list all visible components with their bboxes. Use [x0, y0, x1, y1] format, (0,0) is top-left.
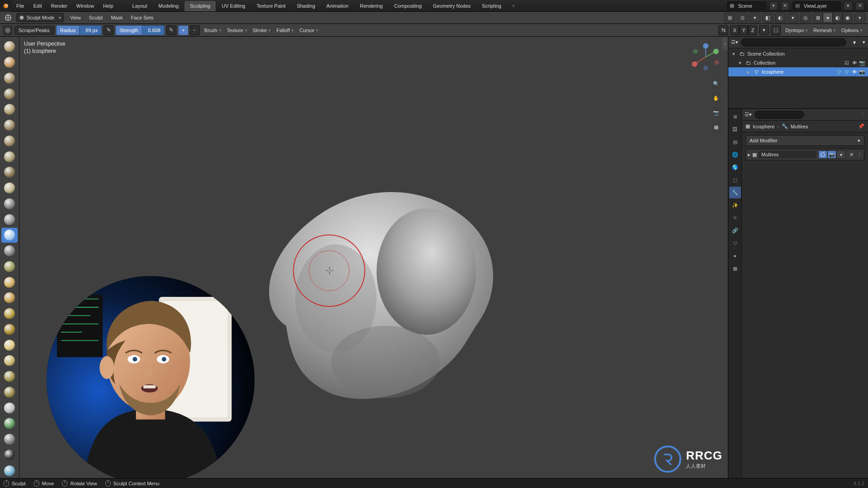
menu-file[interactable]: File [12, 0, 29, 11]
prop-tab-constraints[interactable]: 🔗 [729, 225, 741, 236]
tool-simplify[interactable] [1, 432, 18, 447]
stroke-dropdown[interactable]: Stroke [250, 25, 274, 35]
disable-toggle[interactable]: 📷 [859, 60, 865, 66]
tool-thumb[interactable] [1, 322, 18, 337]
3d-viewport[interactable]: ‹ User Perspective (1) Icosphere 🔍 ✋ 📷 ▦ [19, 37, 728, 478]
solid-shading[interactable]: ● [823, 13, 833, 23]
properties-editor-icon[interactable]: ☰▾ [745, 112, 752, 117]
orientation-button[interactable]: ⊞ [724, 13, 735, 23]
navigation-gizmo[interactable] [690, 41, 722, 73]
workspace-tab-shading[interactable]: Shading [292, 1, 321, 11]
workspace-tab-compositing[interactable]: Compositing [389, 1, 427, 11]
workspace-tab-layout[interactable]: Layout [127, 1, 153, 11]
direction-subtract[interactable]: － [190, 25, 200, 35]
brush-dropdown[interactable]: Brush [202, 25, 224, 35]
tool-slide[interactable] [1, 385, 18, 400]
editor-type-icon[interactable] [3, 14, 14, 21]
hide-toggle[interactable]: 👁 [851, 69, 858, 75]
tool-layer[interactable] [1, 118, 18, 133]
tool-draw-face-sets[interactable] [1, 463, 18, 478]
prop-tab-render[interactable]: 🖥 [729, 111, 741, 122]
workspace-tab-rendering[interactable]: Rendering [354, 1, 388, 11]
symmetry-z[interactable]: Z [748, 25, 757, 35]
shading-options[interactable]: ▾ [854, 13, 865, 23]
prop-tab-scene[interactable]: 🌐 [729, 149, 741, 160]
mode-menu-mask[interactable]: Mask [110, 13, 123, 22]
workspace-tab-animation[interactable]: Animation [321, 1, 354, 11]
workspace-tab-modeling[interactable]: Modeling [153, 1, 184, 11]
wireframe-shading[interactable]: ⊞ [813, 13, 823, 23]
hide-toggle[interactable]: 👁 [851, 60, 858, 66]
mode-selector[interactable]: Sculpt Mode [16, 13, 64, 22]
remesh-dropdown[interactable]: Remesh [811, 25, 839, 35]
breadcrumb-modifier[interactable]: Multires [791, 124, 808, 129]
tool-draw-sharp[interactable] [1, 55, 18, 70]
symmetry-x[interactable]: X [730, 25, 739, 35]
modifier-menu[interactable]: ⋮ [857, 152, 862, 158]
texture-dropdown[interactable]: Texture [224, 25, 250, 35]
filter-icon[interactable]: ▼ [849, 38, 860, 47]
xray-button[interactable]: ◎ [800, 13, 811, 23]
outliner-search[interactable] [741, 38, 846, 47]
editmode-toggle[interactable]: ▾ [836, 150, 845, 159]
options-icon[interactable]: ⋮ [860, 112, 865, 117]
expand-toggle[interactable]: ▸ [748, 152, 750, 158]
tool-blob[interactable] [1, 149, 18, 164]
delete-modifier-button[interactable]: ✕ [847, 152, 855, 158]
radius-pressure-toggle[interactable]: ✎ [104, 25, 113, 35]
prop-tab-view-layer[interactable]: ▤ [729, 136, 741, 148]
view-layer-selector[interactable]: ▤ ViewLayer [793, 1, 841, 10]
workspace-tab-texture-paint[interactable]: Texture Paint [251, 1, 291, 11]
tool-snake-hook[interactable] [1, 306, 18, 321]
tool-mask[interactable] [1, 448, 18, 463]
tool-smooth[interactable] [1, 181, 18, 196]
camera-icon[interactable]: 📷 [711, 107, 722, 118]
tool-crease[interactable] [1, 165, 18, 180]
strength-pressure-toggle[interactable]: ✎ [166, 25, 176, 35]
tool-cloth[interactable] [1, 416, 18, 431]
brush-preview-icon[interactable] [3, 25, 13, 35]
tool-boundary[interactable] [1, 400, 18, 415]
prop-tab-modifier[interactable]: 🔧 [729, 187, 741, 198]
dyntopo-dropdown[interactable]: Dyntopo [783, 25, 811, 35]
mode-menu-face-sets[interactable]: Face Sets [130, 13, 155, 22]
tool-clay-strips[interactable] [1, 86, 18, 101]
realtime-toggle[interactable]: 🖵 [818, 150, 827, 159]
delete-layer-button[interactable]: ✕ [855, 1, 864, 10]
tool-rotate[interactable] [1, 369, 18, 384]
delete-scene-button[interactable]: ✕ [781, 1, 790, 10]
add-workspace-button[interactable]: ＋ [507, 0, 519, 11]
scene-selector[interactable]: ▦ Scene [727, 1, 766, 10]
tool-scrape[interactable] [1, 228, 18, 243]
exclude-toggle[interactable]: ☑ [844, 60, 850, 66]
gizmo-button[interactable]: ◐ [775, 13, 786, 23]
strength-value[interactable]: 0.608 [142, 25, 165, 35]
tool-elastic[interactable] [1, 291, 18, 305]
matprev-shading[interactable]: ◐ [833, 13, 843, 23]
menu-window[interactable]: Window [72, 0, 99, 11]
tool-nudge[interactable] [1, 353, 18, 368]
pivot-button[interactable]: ⊙ [737, 13, 748, 23]
cursor-dropdown[interactable]: Cursor [297, 25, 321, 35]
rendered-shading[interactable]: ◉ [843, 13, 853, 23]
tool-flatten[interactable] [1, 197, 18, 211]
collection-row[interactable]: ▾ 🗀 Collection ☑👁📷 [728, 58, 868, 67]
proportional-button[interactable]: ◧ [762, 13, 773, 23]
workspace-tab-geometry-nodes[interactable]: Geometry Nodes [428, 1, 476, 11]
overlay-button[interactable]: ▾ [788, 13, 798, 23]
tool-pinch[interactable] [1, 259, 18, 274]
pan-icon[interactable]: ✋ [711, 93, 722, 103]
prop-tab-material[interactable]: ● [729, 250, 741, 262]
prop-tab-output[interactable]: 🖼 [729, 123, 741, 135]
add-modifier-dropdown[interactable]: Add Modifier [745, 135, 864, 146]
render-toggle[interactable]: 📷 [827, 150, 836, 159]
n-panel-toggle[interactable]: ‹ [722, 38, 728, 50]
tool-grab[interactable] [1, 275, 18, 290]
menu-help[interactable]: Help [99, 0, 118, 11]
disable-toggle[interactable]: 📷 [859, 69, 865, 75]
modifier-name-field[interactable]: Multires [759, 151, 816, 158]
prop-tab-data[interactable]: ▽ [729, 237, 741, 249]
tool-multi-plane[interactable] [1, 244, 18, 258]
zoom-icon[interactable]: 🔍 [711, 78, 722, 89]
workspace-tab-scripting[interactable]: Scripting [476, 1, 507, 11]
